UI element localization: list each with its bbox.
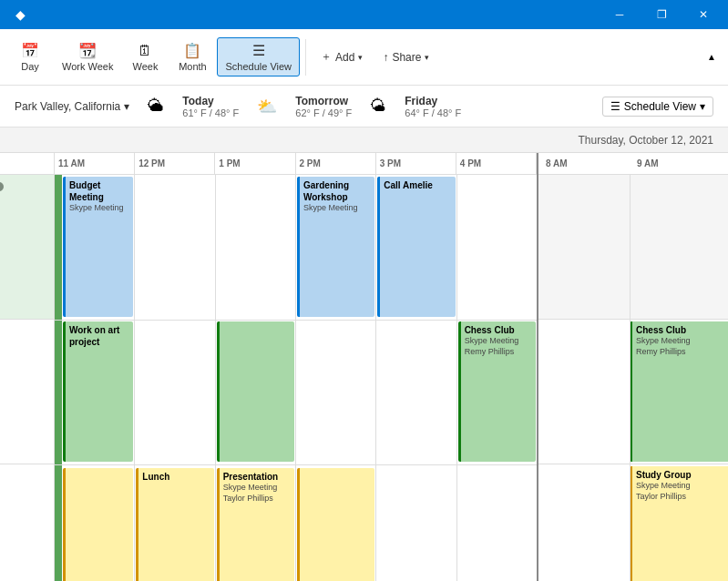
location-selector[interactable]: Park Valley, California ▾ [15,100,129,113]
gardening-title: Gardening Workshop [303,179,371,203]
calendar-area: Thursday, October 12, 2021 11 AM 12 PM 1… [0,127,728,581]
day-col-1pm: Presentation Skype Meeting Taylor Philli… [216,175,296,581]
row-label-1 [0,175,54,320]
share-icon: ↑ [383,51,388,64]
tomorrow-weather: Tomorrow 62° F / 49° F [295,95,352,118]
partly-cloudy-icon: ⛅ [257,97,277,117]
plus-icon: ＋ [321,49,332,65]
view-selector[interactable]: ☰ Schedule View ▾ [602,97,713,117]
view-selector-chevron: ▾ [700,100,705,113]
budget-meeting-title: Budget Meeting [69,179,129,203]
minimize-button[interactable]: ─ [599,0,641,29]
share-chevron-icon: ▾ [425,53,429,62]
presentation-event[interactable]: Presentation Skype Meeting Taylor Philli… [217,468,294,581]
day-col-12pm: Lunch [135,175,215,581]
workweek-view-button[interactable]: 📆 Work Week [55,38,120,76]
date-header-text: Thursday, October 12, 2021 [578,134,713,147]
gardening-event[interactable]: Gardening Workshop Skype Meeting [297,177,374,317]
day-col-11am: Budget Meeting Skype Meeting Work on art… [55,175,135,581]
time-header-row: 11 AM 12 PM 1 PM 2 PM 3 PM 4 PM [0,153,537,175]
time-labels [0,175,55,581]
sunny-icon: 🌤 [370,97,386,116]
friday-weather: Friday 64° F / 48° F [405,95,461,118]
time-header-4pm: 4 PM [456,153,537,174]
row-label-3 [0,464,54,581]
time-grid: 11 AM 12 PM 1 PM 2 PM 3 PM 4 PM [0,153,728,581]
day-view-panel: 11 AM 12 PM 1 PM 2 PM 3 PM 4 PM [0,153,538,581]
presentation-sub1: Skype Meeting [223,483,291,494]
toolbar-separator-1 [305,39,306,76]
budget-meeting-sub: Skype Meeting [69,203,129,214]
title-bar: ◆ ─ ❐ ✕ [0,0,728,29]
time-body: Budget Meeting Skype Meeting Work on art… [0,175,537,581]
chess-sched-sub1: Skype Meeting [636,336,728,347]
app-diamond-icon: ◆ [4,0,36,29]
location-chevron-icon: ▾ [124,100,129,113]
chess-sched-sub2: Remy Phillips [636,347,728,358]
collapse-button[interactable]: ▲ [702,48,721,66]
study-group-sub2: Taylor Phillips [636,492,728,503]
schedule-header-row: 8 AM 9 AM [538,153,728,175]
schedule-body: Chess Club Skype Meeting Remy Phillips S… [538,175,728,581]
presentation-col4[interactable] [297,468,374,581]
schedule-icon: ☰ [252,42,265,59]
study-group-sub1: Skype Meeting [636,481,728,492]
view-selector-icon: ☰ [610,100,620,113]
chess-sched-title: Chess Club [636,324,728,336]
call-amelie-title: Call Amelie [384,179,451,191]
call-amelie-event[interactable]: Call Amelie [377,177,455,317]
time-header-11am: 11 AM [55,153,135,174]
day-col-2pm: Gardening Workshop Skype Meeting [296,175,376,581]
presentation-sub2: Taylor Phillips [223,494,291,505]
today-weather: Today 61° F / 48° F [182,95,239,118]
restore-button[interactable]: ❐ [641,0,682,29]
sched-9am-header: 9 AM [637,158,728,168]
lunch-col2-event[interactable]: Lunch [136,468,213,581]
schedule-view-button[interactable]: ☰ Schedule View [217,37,300,76]
chess-title: Chess Club [465,324,532,336]
close-button[interactable]: ✕ [682,0,724,29]
cloud-icon: 🌥 [148,97,164,116]
day-columns: Budget Meeting Skype Meeting Work on art… [55,175,537,581]
day-col-3pm: Call Amelie [376,175,456,581]
work-art-title: Work on art project [69,324,129,348]
share-button[interactable]: ↑ Share ▾ [374,46,438,69]
week-view-button[interactable]: 🗓 Week [122,39,168,76]
gardening-sub: Skype Meeting [303,203,371,214]
work-art-col3[interactable] [217,321,294,462]
week-icon: 🗓 [138,43,152,59]
time-header-3pm: 3 PM [376,153,456,174]
toolbar-right: ▲ [702,48,721,66]
view-selector-label: Schedule View [624,100,696,113]
sched-8am-header: 8 AM [546,158,637,168]
month-view-button[interactable]: 📋 Month [169,38,215,76]
chess-club-sched[interactable]: Chess Club Skype Meeting Remy Phillips [630,321,728,462]
presentation-title: Presentation [223,471,291,483]
add-chevron-icon: ▾ [358,53,363,62]
day-col-4pm: Chess Club Skype Meeting Remy Phillips [457,175,537,581]
schedule-panel: 8 AM 9 AM Chess Club Skype Meeting Remy … [538,153,728,581]
day-view-button[interactable]: 📅 Day [7,38,53,76]
chess-sub2: Remy Phillips [465,347,532,358]
toolbar: 📅 Day 📆 Work Week 🗓 Week 📋 Month ☰ Sched… [0,29,728,86]
lunch-event[interactable] [63,468,133,581]
time-header-12pm: 12 PM [135,153,215,174]
add-button[interactable]: ＋ Add ▾ [312,44,372,70]
workweek-icon: 📆 [78,42,97,59]
lunch-title: Lunch [142,471,210,483]
weather-bar: Park Valley, California ▾ 🌥 Today 61° F … [0,86,728,127]
empty-header [0,153,55,174]
chess-club-event[interactable]: Chess Club Skype Meeting Remy Phillips [458,321,536,462]
row-label-2 [0,320,54,464]
chess-sub1: Skype Meeting [465,336,532,347]
study-group-event[interactable]: Study Group Skype Meeting Taylor Phillip… [630,466,728,581]
work-art-event[interactable]: Work on art project [63,321,133,462]
time-header-1pm: 1 PM [215,153,295,174]
study-group-title: Study Group [636,469,728,481]
location-text: Park Valley, California [15,100,120,113]
budget-meeting-event[interactable]: Budget Meeting Skype Meeting [63,177,133,317]
day-icon: 📅 [21,42,39,59]
month-icon: 📋 [183,42,201,59]
date-header: Thursday, October 12, 2021 [0,127,728,153]
time-header-2pm: 2 PM [296,153,376,174]
